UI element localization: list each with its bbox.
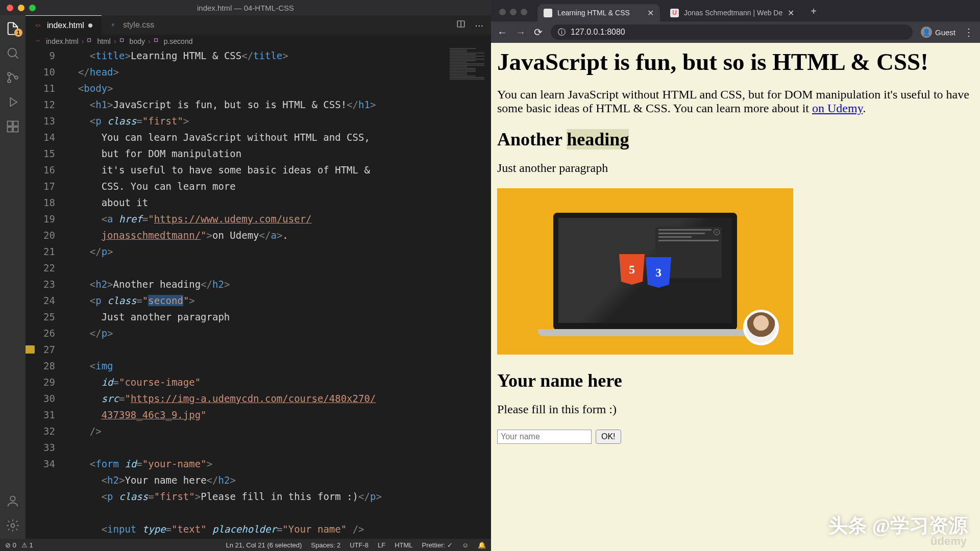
settings-gear-icon[interactable]	[6, 518, 20, 533]
dirty-indicator-icon	[88, 23, 92, 28]
search-icon[interactable]	[6, 46, 20, 60]
profile-button[interactable]: 👤 Guest	[921, 27, 955, 38]
window-maximize-button[interactable]	[521, 9, 527, 15]
indentation[interactable]: Spaces: 2	[311, 541, 340, 549]
name-input[interactable]	[497, 430, 592, 444]
html-file-icon: <>	[36, 38, 43, 45]
editor-tab-style-css[interactable]: # style.css	[102, 15, 163, 35]
breadcrumbs[interactable]: <> index.html › html › body › p.second	[26, 35, 491, 47]
course-image: × 5 3	[497, 188, 793, 355]
html-css-shields: 5 3	[630, 254, 660, 287]
svg-rect-6	[8, 127, 12, 132]
chevron-right-icon: ›	[148, 37, 151, 45]
window-minimize-button[interactable]	[18, 5, 24, 11]
profile-label: Guest	[935, 28, 955, 37]
page-paragraph-1: You can learn JavaScript without HTML an…	[497, 88, 974, 115]
html5-shield-icon: 5	[619, 254, 645, 285]
breadcrumb-item[interactable]: p.second	[164, 37, 193, 45]
breadcrumb-item[interactable]: index.html	[46, 37, 79, 45]
extensions-icon[interactable]	[6, 119, 20, 134]
browser-tab-label: Learning HTML & CSS	[557, 9, 630, 17]
more-actions-icon[interactable]: ···	[475, 19, 483, 31]
svg-point-2	[8, 80, 11, 83]
back-button-icon[interactable]: ←	[497, 27, 507, 38]
vscode-titlebar: index.html — 04-HTML-CSS	[0, 0, 491, 15]
errors-indicator[interactable]: ⊘ 0	[5, 541, 16, 549]
url-bar[interactable]: ⓘ 127.0.0.1:8080	[551, 24, 913, 40]
svg-text:#: #	[112, 22, 114, 28]
new-tab-button[interactable]: +	[804, 6, 823, 21]
breadcrumb-item[interactable]: html	[97, 37, 110, 45]
udemy-link[interactable]: on Udemy	[812, 102, 863, 115]
window-maximize-button[interactable]	[29, 5, 36, 11]
udemy-watermark: ûdemy	[930, 535, 967, 548]
notifications-icon[interactable]: 🔔	[478, 541, 486, 549]
tab-label: index.html	[47, 21, 84, 30]
page-paragraph-2: Just another paragraph	[497, 161, 974, 175]
svg-text:<>: <>	[35, 23, 40, 28]
url-text: 127.0.0.1:8080	[571, 28, 625, 37]
svg-point-3	[15, 76, 18, 79]
close-tab-icon[interactable]: ✕	[647, 8, 654, 18]
browser-window: 🗋 Learning HTML & CSS ✕ U Jonas Schmedtm…	[491, 0, 980, 551]
code-content[interactable]: <title>Learning HTML & CSS</title> </hea…	[66, 47, 491, 539]
editor-area: <> index.html # style.css ··· <> index.h…	[26, 15, 491, 539]
traffic-lights	[0, 5, 36, 11]
svg-rect-16	[154, 38, 157, 41]
code-editor[interactable]: 9101112131415161718192021222324252627282…	[26, 47, 491, 539]
close-tab-icon[interactable]: ✕	[788, 8, 794, 18]
breadcrumb-item[interactable]: body	[130, 37, 145, 45]
laptop-graphic: × 5 3	[553, 213, 737, 330]
warnings-indicator[interactable]: ⚠ 1	[21, 541, 33, 549]
chevron-right-icon: ›	[82, 37, 84, 45]
window-close-button[interactable]	[7, 5, 13, 11]
svg-text:<>: <>	[36, 38, 40, 42]
css-file-icon: #	[111, 21, 119, 29]
page-paragraph-3: Please fill in this form :)	[497, 403, 974, 416]
editor-tab-index-html[interactable]: <> index.html	[26, 15, 102, 35]
status-bar: ⊘ 0 ⚠ 1 Ln 21, Col 21 (6 selected) Space…	[0, 539, 491, 551]
browser-chrome: 🗋 Learning HTML & CSS ✕ U Jonas Schmedtm…	[491, 0, 980, 43]
forward-button-icon[interactable]: →	[516, 27, 526, 38]
split-editor-icon[interactable]	[456, 19, 465, 31]
window-close-button[interactable]	[499, 9, 506, 15]
highlighted-text: heading	[567, 129, 629, 149]
favicon-udemy-icon: U	[670, 9, 679, 17]
reload-button-icon[interactable]: ⟳	[534, 26, 543, 38]
avatar-icon: 👤	[921, 27, 932, 38]
svg-rect-5	[13, 121, 18, 126]
source-control-icon[interactable]	[6, 70, 20, 85]
tab-label: style.css	[123, 20, 154, 30]
instructor-avatar	[743, 310, 779, 345]
html-file-icon: <>	[35, 21, 43, 30]
eol[interactable]: LF	[378, 541, 385, 549]
ok-button[interactable]: OK!	[596, 430, 621, 444]
browser-tab-label: Jonas Schmedtmann | Web De	[684, 9, 782, 17]
symbol-icon	[87, 38, 94, 45]
page-heading-2-form: Your name here	[497, 370, 974, 391]
prettier-status[interactable]: Prettier: ✓	[422, 541, 453, 549]
browser-tabbar: 🗋 Learning HTML & CSS ✕ U Jonas Schmedtm…	[491, 0, 980, 21]
account-icon[interactable]	[6, 494, 20, 508]
browser-menu-icon[interactable]: ⋮	[964, 26, 974, 38]
svg-rect-14	[88, 38, 91, 41]
window-title: index.html — 04-HTML-CSS	[197, 4, 294, 12]
minimap[interactable]	[448, 47, 491, 539]
browser-tab-inactive[interactable]: U Jonas Schmedtmann | Web De ✕	[664, 4, 800, 21]
cursor-position[interactable]: Ln 21, Col 21 (6 selected)	[226, 541, 302, 549]
site-info-icon[interactable]: ⓘ	[558, 28, 566, 37]
svg-rect-4	[8, 121, 12, 126]
language-mode[interactable]: HTML	[395, 541, 412, 549]
favicon-page-icon: 🗋	[544, 9, 552, 17]
explorer-icon[interactable]	[6, 21, 20, 36]
encoding[interactable]: UTF-8	[350, 541, 369, 549]
activity-bar	[0, 15, 26, 539]
window-minimize-button[interactable]	[510, 9, 517, 15]
symbol-icon	[119, 38, 127, 45]
editor-tabbar: <> index.html # style.css ···	[26, 15, 491, 35]
feedback-icon[interactable]: ☺	[462, 541, 469, 549]
svg-point-9	[11, 524, 15, 528]
browser-tab-active[interactable]: 🗋 Learning HTML & CSS ✕	[537, 4, 660, 21]
line-number-gutter: 9101112131415161718192021222324252627282…	[26, 47, 66, 539]
debug-icon[interactable]	[6, 95, 20, 109]
